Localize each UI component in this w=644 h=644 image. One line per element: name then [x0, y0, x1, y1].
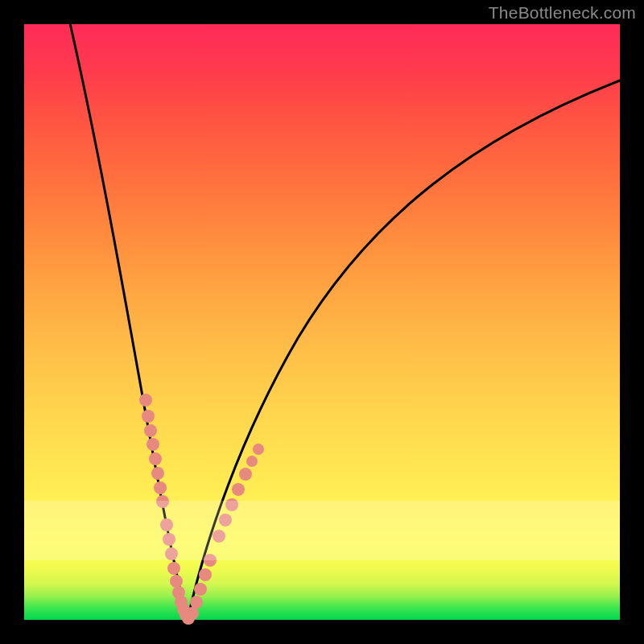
chart-frame: TheBottleneck.com	[0, 0, 644, 644]
scatter-dot	[219, 514, 232, 526]
scatter-dot	[165, 547, 178, 560]
scatter-dot	[186, 607, 199, 620]
scatter-dot	[154, 481, 167, 494]
scatter-dot	[225, 498, 238, 511]
scatter-dot	[232, 483, 245, 496]
scatter-dot	[167, 562, 180, 575]
scatter-dot	[253, 444, 264, 455]
scatter-dot	[239, 468, 252, 481]
curves-layer	[24, 24, 620, 620]
scatter-dot	[151, 467, 164, 480]
scatter-dot	[199, 568, 212, 581]
plot-area	[24, 24, 620, 620]
scatter-dot	[163, 533, 175, 546]
scatter-dot	[144, 424, 157, 437]
scatter-dot	[204, 554, 217, 567]
scatter-dot	[149, 452, 162, 465]
scatter-dot	[190, 596, 203, 609]
scatter-dot	[142, 410, 155, 423]
scatter-dot	[139, 394, 152, 407]
scatter-dot	[246, 456, 258, 467]
scatter-dot	[156, 495, 169, 508]
scatter-dot	[194, 583, 207, 596]
right-curve	[188, 80, 620, 620]
scatter-dot	[160, 518, 173, 531]
scatter-dot	[147, 438, 159, 451]
watermark-text: TheBottleneck.com	[489, 3, 636, 23]
scatter-dot	[213, 530, 225, 543]
scatter-dot	[170, 575, 183, 588]
